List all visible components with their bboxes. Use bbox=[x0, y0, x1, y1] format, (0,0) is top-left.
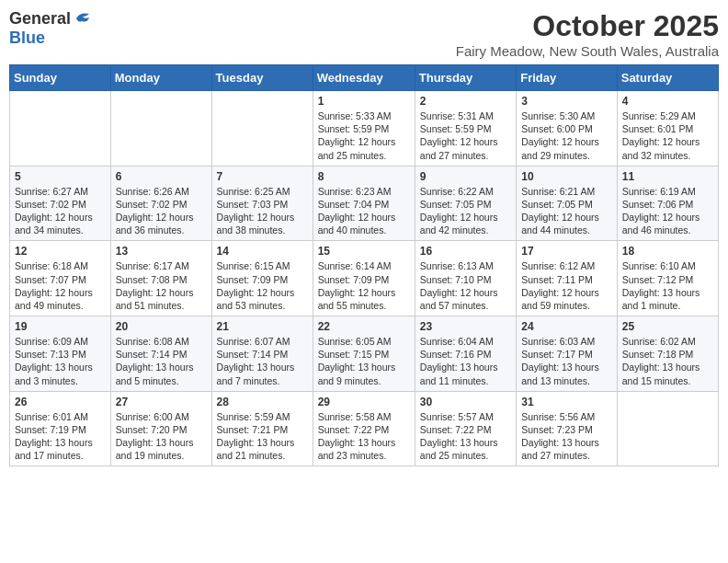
day-number: 19 bbox=[15, 320, 106, 333]
day-info-line: Sunset: 7:15 PM bbox=[318, 348, 410, 361]
day-info-line: Sunrise: 5:57 AM bbox=[420, 410, 511, 423]
day-info-line: Daylight: 12 hours bbox=[622, 135, 713, 148]
day-info-line: Sunrise: 6:12 AM bbox=[521, 259, 612, 272]
day-info-line: Sunset: 5:59 PM bbox=[420, 122, 511, 135]
calendar-cell: 24Sunrise: 6:03 AMSunset: 7:17 PMDayligh… bbox=[517, 316, 618, 392]
day-info-line: Sunset: 7:19 PM bbox=[15, 423, 106, 436]
day-number: 5 bbox=[15, 170, 106, 183]
day-info-line: Sunset: 7:02 PM bbox=[15, 198, 106, 211]
calendar-cell: 19Sunrise: 6:09 AMSunset: 7:13 PMDayligh… bbox=[10, 316, 111, 392]
calendar-cell: 5Sunrise: 6:27 AMSunset: 7:02 PMDaylight… bbox=[10, 166, 111, 241]
calendar-cell: 22Sunrise: 6:05 AMSunset: 7:15 PMDayligh… bbox=[313, 316, 415, 392]
day-info-line: Sunrise: 6:01 AM bbox=[15, 410, 106, 423]
calendar-cell: 20Sunrise: 6:08 AMSunset: 7:14 PMDayligh… bbox=[110, 316, 211, 392]
day-info-line: Sunrise: 5:56 AM bbox=[521, 410, 612, 423]
day-info-line: and 29 minutes. bbox=[521, 149, 612, 162]
day-number: 14 bbox=[217, 245, 308, 258]
calendar-header: SundayMondayTuesdayWednesdayThursdayFrid… bbox=[10, 65, 719, 91]
calendar-cell: 23Sunrise: 6:04 AMSunset: 7:16 PMDayligh… bbox=[415, 316, 516, 392]
logo-blue: Blue bbox=[9, 29, 45, 48]
day-info-line: Sunset: 7:02 PM bbox=[116, 198, 207, 211]
day-info-line: Sunrise: 5:31 AM bbox=[420, 109, 511, 122]
calendar-cell: 11Sunrise: 6:19 AMSunset: 7:06 PMDayligh… bbox=[617, 166, 718, 241]
day-info-line: and 1 minute. bbox=[622, 299, 713, 312]
day-info-line: Daylight: 12 hours bbox=[622, 211, 713, 224]
day-info-line: Daylight: 13 hours bbox=[318, 361, 410, 373]
day-info-line: Sunrise: 6:18 AM bbox=[15, 259, 106, 272]
calendar-cell: 30Sunrise: 5:57 AMSunset: 7:22 PMDayligh… bbox=[415, 391, 516, 466]
day-info-line: Sunset: 7:13 PM bbox=[15, 348, 106, 361]
calendar-cell: 6Sunrise: 6:26 AMSunset: 7:02 PMDaylight… bbox=[110, 166, 211, 241]
day-number: 18 bbox=[622, 245, 713, 258]
day-info-line: Sunrise: 5:29 AM bbox=[622, 109, 713, 122]
day-info-line: Sunset: 7:17 PM bbox=[521, 348, 612, 361]
calendar-cell: 28Sunrise: 5:59 AMSunset: 7:21 PMDayligh… bbox=[211, 391, 313, 466]
day-info-line: Sunset: 5:59 PM bbox=[318, 122, 410, 135]
day-info-line: Sunrise: 6:10 AM bbox=[622, 259, 713, 272]
day-info-line: and 25 minutes. bbox=[420, 449, 511, 462]
day-info-line: and 42 minutes. bbox=[420, 224, 511, 236]
day-info-line: Sunrise: 6:09 AM bbox=[15, 335, 106, 348]
day-number: 24 bbox=[521, 320, 612, 333]
day-info-line: Daylight: 12 hours bbox=[318, 135, 410, 148]
day-info-line: and 38 minutes. bbox=[217, 224, 308, 236]
day-info-line: and 40 minutes. bbox=[318, 224, 410, 236]
day-info-line: Sunset: 7:09 PM bbox=[217, 273, 308, 286]
day-info-line: Daylight: 13 hours bbox=[318, 436, 410, 449]
day-info-line: Sunrise: 6:25 AM bbox=[217, 185, 308, 198]
day-number: 10 bbox=[521, 170, 612, 183]
day-info-line: and 19 minutes. bbox=[116, 449, 207, 462]
day-info-line: Daylight: 13 hours bbox=[521, 436, 612, 449]
day-info-line: Sunrise: 5:30 AM bbox=[521, 109, 612, 122]
day-info-line: Sunrise: 6:15 AM bbox=[217, 259, 308, 272]
day-number: 8 bbox=[318, 170, 410, 183]
day-info-line: Sunset: 7:10 PM bbox=[420, 273, 511, 286]
day-info-line: and 23 minutes. bbox=[318, 449, 410, 462]
day-number: 29 bbox=[318, 396, 410, 408]
calendar-cell bbox=[617, 391, 718, 466]
calendar-week-4: 19Sunrise: 6:09 AMSunset: 7:13 PMDayligh… bbox=[10, 316, 719, 392]
day-info-line: Daylight: 13 hours bbox=[116, 361, 207, 373]
calendar-cell: 15Sunrise: 6:14 AMSunset: 7:09 PMDayligh… bbox=[313, 241, 415, 316]
day-info-line: Sunset: 7:06 PM bbox=[622, 198, 713, 211]
header-row: SundayMondayTuesdayWednesdayThursdayFrid… bbox=[10, 65, 719, 91]
calendar-cell: 31Sunrise: 5:56 AMSunset: 7:23 PMDayligh… bbox=[517, 391, 618, 466]
day-number: 16 bbox=[420, 245, 511, 258]
calendar-cell: 4Sunrise: 5:29 AMSunset: 6:01 PMDaylight… bbox=[617, 91, 718, 167]
day-info-line: Sunrise: 6:00 AM bbox=[116, 410, 207, 423]
calendar-cell: 1Sunrise: 5:33 AMSunset: 5:59 PMDaylight… bbox=[313, 91, 415, 167]
day-info-line: Sunrise: 6:26 AM bbox=[116, 185, 207, 198]
day-info-line: Sunset: 6:01 PM bbox=[622, 122, 713, 135]
calendar-cell: 2Sunrise: 5:31 AMSunset: 5:59 PMDaylight… bbox=[415, 91, 516, 167]
day-info-line: and 34 minutes. bbox=[15, 224, 106, 236]
day-info-line: and 25 minutes. bbox=[318, 149, 410, 162]
day-number: 30 bbox=[420, 396, 511, 408]
calendar-week-2: 5Sunrise: 6:27 AMSunset: 7:02 PMDaylight… bbox=[10, 166, 719, 241]
day-info-line: and 51 minutes. bbox=[116, 299, 207, 312]
day-info-line: Sunrise: 6:21 AM bbox=[521, 185, 612, 198]
day-info-line: and 27 minutes. bbox=[521, 449, 612, 462]
day-info-line: and 44 minutes. bbox=[521, 224, 612, 236]
day-info-line: Sunset: 7:09 PM bbox=[318, 273, 410, 286]
day-info-line: Daylight: 13 hours bbox=[217, 361, 308, 373]
calendar-cell bbox=[110, 91, 211, 167]
day-info-line: and 21 minutes. bbox=[217, 449, 308, 462]
header-day-friday: Friday bbox=[517, 65, 618, 91]
calendar-cell bbox=[211, 91, 313, 167]
day-info-line: and 57 minutes. bbox=[420, 299, 511, 312]
day-info-line: Daylight: 12 hours bbox=[318, 286, 410, 299]
header-day-thursday: Thursday bbox=[415, 65, 516, 91]
calendar-cell: 8Sunrise: 6:23 AMSunset: 7:04 PMDaylight… bbox=[313, 166, 415, 241]
header-day-monday: Monday bbox=[110, 65, 211, 91]
day-info-line: Sunrise: 6:14 AM bbox=[318, 259, 410, 272]
day-info-line: and 15 minutes. bbox=[622, 374, 713, 387]
day-info-line: Sunset: 7:03 PM bbox=[217, 198, 308, 211]
day-info-line: and 17 minutes. bbox=[15, 449, 106, 462]
calendar-cell: 10Sunrise: 6:21 AMSunset: 7:05 PMDayligh… bbox=[517, 166, 618, 241]
day-number: 26 bbox=[15, 396, 106, 408]
calendar-cell: 29Sunrise: 5:58 AMSunset: 7:22 PMDayligh… bbox=[313, 391, 415, 466]
calendar-cell: 7Sunrise: 6:25 AMSunset: 7:03 PMDaylight… bbox=[211, 166, 313, 241]
day-number: 6 bbox=[116, 170, 207, 183]
day-info-line: Daylight: 13 hours bbox=[420, 436, 511, 449]
calendar-cell: 25Sunrise: 6:02 AMSunset: 7:18 PMDayligh… bbox=[617, 316, 718, 392]
